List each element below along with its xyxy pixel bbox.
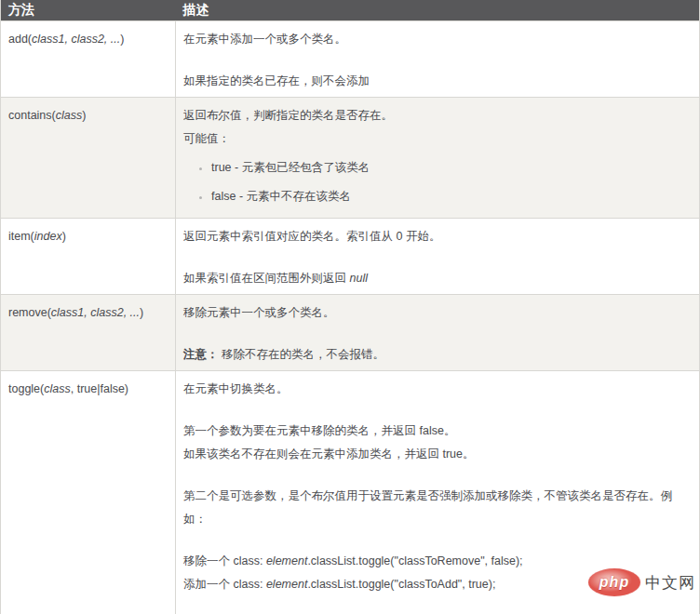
table-header-row: 方法 描述 [1,0,700,21]
text: ) [140,306,143,319]
php-logo-text: php [599,575,629,590]
italic-text: class1, class2, ... [51,306,140,319]
text: false - 元素中不存在该类名 [211,190,351,203]
text: 在元素中切换类名。 [183,382,289,395]
description-cell: 返回元素中索引值对应的类名。索引值从 0 开始。如果索引值在区间范围外则返回 n… [176,219,700,295]
text: remove( [8,306,51,319]
text: .classList.toggle("classToAdd", true); [307,578,495,591]
description-paragraph: 返回布尔值，判断指定的类名是否存在。可能值： [183,104,692,151]
php-logo-icon: php [588,568,640,596]
table-row: add(class1, class2, ...)在元素中添加一个或多个类名。如果… [1,21,700,98]
italic-text: element [266,578,307,591]
description-paragraph: 在元素中添加一个或多个类名。 [183,28,692,51]
description-paragraph: 移除元素中一个或多个类名。 [183,301,692,325]
method-cell: item(index) [1,219,176,295]
text: 第二个是可选参数，是个布尔值用于设置元素是否强制添加或移除类，不管该类名是否存在… [183,489,672,526]
italic-text: class [56,109,82,122]
description-cell: 在元素中添加一个或多个类名。如果指定的类名已存在，则不会添加 [176,21,700,98]
text: 移除元素中一个或多个类名。 [183,306,335,319]
watermark-site-name: 中文网 [645,572,695,594]
italic-text: class1, class2, ... [32,33,120,46]
description-paragraph: 第二个是可选参数，是个布尔值用于设置元素是否强制添加或移除类，不管该类名是否存在… [183,485,692,531]
method-cell: remove(class1, class2, ...) [1,295,176,371]
text: true - 元素包已经包含了该类名 [211,161,370,174]
text: 在元素中添加一个或多个类名。 [183,33,346,46]
description-cell: 返回布尔值，判断指定的类名是否存在。可能值：true - 元素包已经包含了该类名… [176,98,700,219]
text: 返回元素中索引值对应的类名。索引值从 0 开始。 [183,230,440,243]
italic-text: element [266,554,307,567]
text: toggle( [8,382,44,395]
italic-text: null [349,272,367,285]
text: .classList.toggle("classToRemove", false… [307,554,522,567]
description-paragraph: 在元素中切换类名。 [183,378,692,401]
text: add( [8,33,32,46]
text: 第一个参数为要在元素中移除的类名，并返回 false。 [183,424,455,437]
italic-text: index [34,230,62,243]
text: contains( [8,109,56,122]
table-row: contains(class)返回布尔值，判断指定的类名是否存在。可能值：tru… [1,98,700,219]
text: 如果该类名不存在则会在元素中添加类名，并返回 true。 [183,447,475,460]
description-paragraph: 注意： 移除不存在的类名，不会报错。 [183,343,692,367]
text: 返回布尔值，判断指定的类名是否存在。 [183,109,393,122]
text: , true|false) [71,382,128,395]
text: 如果指定的类名已存在，则不会添加 [183,74,370,87]
description-paragraph: 第一个参数为要在元素中移除的类名，并返回 false。如果该类名不存在则会在元素… [183,420,692,466]
text: item( [8,230,34,243]
description-cell: 移除元素中一个或多个类名。注意： 移除不存在的类名，不会报错。 [176,295,700,371]
classlist-methods-table: 方法 描述 add(class1, class2, ...)在元素中添加一个或多… [0,0,700,614]
method-column-header: 方法 [1,0,176,21]
text: 添加一个 class: [183,578,266,591]
description-paragraph: 如果索引值在区间范围外则返回 null [183,267,692,290]
list-item: true - 元素包已经包含了该类名 [211,156,692,180]
bold-text: 注意： [183,348,219,361]
description-paragraph: 返回元素中索引值对应的类名。索引值从 0 开始。 [183,225,692,248]
text: ) [62,230,66,243]
php-cn-watermark: php 中文网 [588,568,695,596]
description-paragraph: 如果指定的类名已存在，则不会添加 [183,70,692,93]
text: ) [120,33,124,46]
description-column-header: 描述 [176,0,700,21]
italic-text: class [44,382,70,395]
text: 可能值： [183,132,230,145]
method-cell: contains(class) [1,98,176,219]
text: 移除一个 class: [183,554,266,567]
table-row: item(index)返回元素中索引值对应的类名。索引值从 0 开始。如果索引值… [1,219,700,295]
possible-values-list: true - 元素包已经包含了该类名false - 元素中不存在该类名 [183,156,692,208]
method-cell: add(class1, class2, ...) [1,21,176,98]
table-row: remove(class1, class2, ...)移除元素中一个或多个类名。… [1,295,700,371]
text: 如果索引值在区间范围外则返回 [183,272,349,285]
text: 移除不存在的类名，不会报错。 [219,348,384,361]
list-item: false - 元素中不存在该类名 [211,185,692,208]
method-cell: toggle(class, true|false) [1,371,176,614]
text: ) [82,109,86,122]
